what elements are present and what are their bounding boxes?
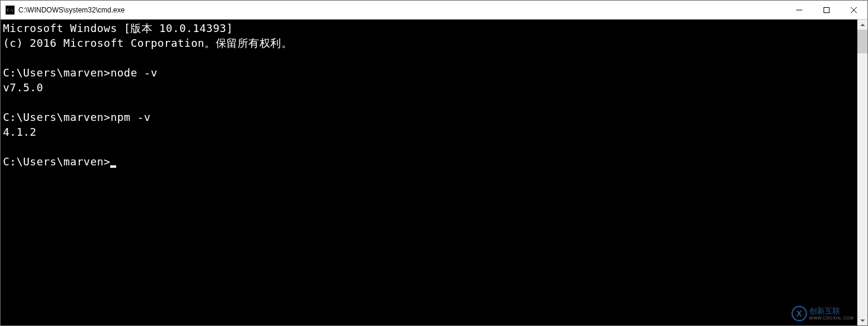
chevron-up-icon <box>860 24 865 26</box>
cmd-window: C:\WINDOWS\system32\cmd.exe Microsoft Wi… <box>0 0 868 326</box>
scroll-track[interactable] <box>857 30 867 315</box>
vertical-scrollbar[interactable] <box>857 20 867 325</box>
svg-marker-4 <box>860 24 865 26</box>
svg-marker-5 <box>860 319 865 322</box>
scroll-down-button[interactable] <box>857 315 867 325</box>
maximize-button[interactable] <box>813 1 840 19</box>
output-2: 4.1.2 <box>3 126 37 138</box>
output-1: v7.5.0 <box>3 81 43 94</box>
chevron-down-icon <box>860 319 865 322</box>
cursor <box>110 165 116 168</box>
close-icon <box>851 7 857 13</box>
command-1: node -v <box>110 66 157 79</box>
terminal-output[interactable]: Microsoft Windows [版本 10.0.14393] (c) 20… <box>1 20 857 325</box>
prompt-current: C:\Users\marven> <box>3 155 110 168</box>
header-line-2: (c) 2016 Microsoft Corporation。保留所有权利。 <box>3 37 292 49</box>
maximize-icon <box>824 7 829 13</box>
window-controls <box>786 1 867 19</box>
prompt-2: C:\Users\marven> <box>3 111 110 123</box>
titlebar[interactable]: C:\WINDOWS\system32\cmd.exe <box>1 1 867 20</box>
scroll-up-button[interactable] <box>857 20 867 30</box>
terminal-area: Microsoft Windows [版本 10.0.14393] (c) 20… <box>1 20 867 325</box>
command-2: npm -v <box>110 111 150 123</box>
close-button[interactable] <box>840 1 867 19</box>
scroll-thumb[interactable] <box>857 30 867 53</box>
svg-rect-1 <box>824 7 829 12</box>
header-line-1: Microsoft Windows [版本 10.0.14393] <box>3 22 233 34</box>
cmd-icon <box>5 5 15 15</box>
minimize-button[interactable] <box>786 1 813 19</box>
prompt-1: C:\Users\marven> <box>3 66 110 79</box>
minimize-icon <box>796 7 802 13</box>
window-title: C:\WINDOWS\system32\cmd.exe <box>18 6 786 14</box>
